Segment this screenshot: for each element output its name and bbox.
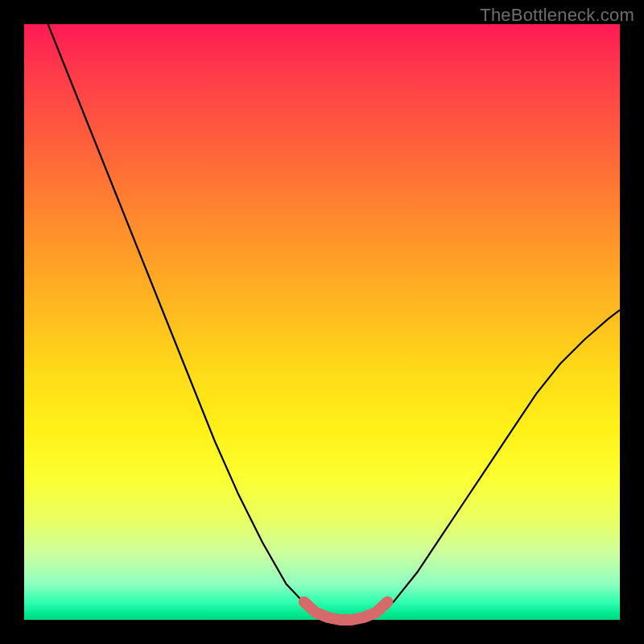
bottleneck-curve bbox=[48, 24, 620, 620]
plot-area bbox=[24, 24, 620, 620]
watermark-text: TheBottleneck.com bbox=[480, 5, 634, 26]
optimal-range-marker bbox=[304, 602, 388, 620]
curve-layer bbox=[24, 24, 620, 620]
chart-frame: TheBottleneck.com bbox=[0, 0, 644, 644]
